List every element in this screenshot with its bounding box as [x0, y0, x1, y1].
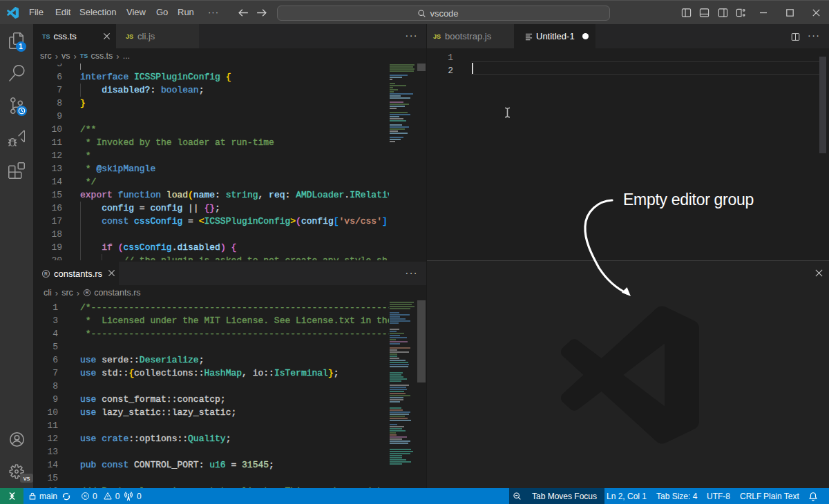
svg-text:R: R [44, 271, 48, 275]
svg-text:R: R [86, 290, 89, 295]
